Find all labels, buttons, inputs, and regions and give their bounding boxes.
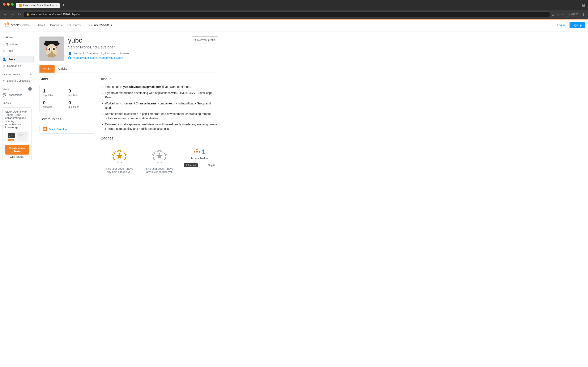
nav-for-teams-link[interactable]: For Teams [65,22,83,28]
tab-close-btn[interactable]: × [56,4,57,7]
reached-label: reached [68,94,90,97]
signup-button[interactable]: Sign up [570,22,585,28]
sidebar-item-tags[interactable]: 🏷 Tags [0,47,34,54]
stat-reached: 0 reached [68,88,90,97]
sidebar-tags-label: Tags [7,49,13,52]
sidebar-item-companies[interactable]: 🗂 Companies [0,62,34,69]
why-teams-link[interactable]: Why Teams? [5,155,29,158]
sidebar-explore-label: Explore Collectives [7,79,30,82]
create-free-team-button[interactable]: Create a free Team [5,145,29,155]
profile-title: Senior Front-End Developer [68,45,218,50]
badge-earned-info: Informed Sep 6 [184,163,215,167]
nav-forward-button[interactable]: → [10,12,15,17]
svg-point-23 [53,48,55,50]
answers-label: answers [43,106,65,108]
so-community-icon [43,127,47,131]
sidebar-item-questions[interactable]: ? Questions [0,41,34,47]
window-controls[interactable]: ⊠ [582,3,585,8]
sidebar-item-users[interactable]: 👤 Users [0,56,34,62]
reading-view-icon[interactable]: ▭ [561,13,564,16]
list-item: 8 years of experience developing web app… [105,91,218,100]
site-header: stackoverflow About Products For Teams L… [0,19,588,32]
sidebar-companies-label: Companies [7,64,21,67]
clock-icon: 🕐 [101,52,104,55]
traffic-light-red[interactable] [3,3,6,6]
svg-point-22 [49,48,50,50]
badges-grid: This user doesn't have any gold badges y… [101,144,218,178]
list-item: Demonstrated excellence in part-time fro… [105,112,218,121]
new-tab-button[interactable]: + [61,2,66,8]
sidebar-item-explore-collectives[interactable]: ✦ Explore Collectives [0,77,34,84]
badge-count-row: 1 [194,148,205,155]
so-logo[interactable]: stackoverflow [3,22,31,29]
menu-icon[interactable]: ⋮ [582,13,585,16]
nav-products-link[interactable]: Products [48,22,64,28]
sidebar-questions-label: Questions [6,42,18,46]
github-link[interactable] [68,56,71,59]
communities-list: Stack Overflow 1 [39,125,94,133]
explore-icon: ✦ [2,79,5,82]
gold-medal-icon [104,148,135,165]
questions-label: questions [68,106,90,108]
url-text: stackoverflow.com/users/22510112/yubo [31,13,80,16]
svg-point-24 [51,51,52,52]
labs-info-icon[interactable]: i [28,87,32,91]
sidebar-item-discussions[interactable]: 💬 Discussions [0,92,34,98]
home-icon: ⌂ [2,36,4,39]
tab-favicon [19,4,22,7]
tab-activity-button[interactable]: Activity [55,65,70,73]
list-item: send email to yubodevstudio@gmail.com if… [105,85,218,89]
badge-name-tag: Informed [184,163,197,167]
nav-refresh-button[interactable]: ↻ [17,12,22,17]
network-icon: ≡ [195,38,196,42]
bronze-medal-icon [194,148,200,155]
sidebar-users-label: Users [8,58,15,61]
traffic-light-yellow[interactable] [7,3,10,6]
profile-header: yubo Senior Front-End Developer 👤 Member… [39,36,218,61]
svg-rect-27 [43,130,46,130]
silver-badge-empty-text: This user doesn't have any silver badges… [144,167,175,174]
bronze-badge-card: 1 bronze badge Informed Sep 6 [181,144,218,178]
bookmark-icon[interactable]: ☆ [556,13,559,16]
so-logo-icon [3,22,10,29]
search-container [87,22,205,28]
discussions-icon: 💬 [2,93,6,96]
communities-title: Communities [39,117,94,121]
network-profile-button[interactable]: ≡ Network profile [192,36,218,43]
tab-profile-button[interactable]: Profile [39,65,55,73]
gold-badge-card: This user doesn't have any gold badges y… [101,144,138,178]
private-mode-label: 无痕模式 [566,12,580,17]
email-highlight: yubodevstudio@gmail.com [123,85,161,89]
badge-date: Sep 6 [208,164,215,167]
traffic-light-green[interactable] [11,3,14,6]
list-item: Stack Overflow 1 [40,125,94,133]
login-button[interactable]: Log in [554,22,568,28]
svg-text:Free: Free [10,140,13,141]
community-name-link[interactable]: Stack Overflow [49,128,87,131]
svg-text:>_?: >_? [9,135,12,137]
teams-section-header: TEAMS [0,98,34,105]
collectives-plus-btn[interactable]: + [30,73,32,76]
profile-body: Stats 1 reputation 0 reached 0 answers [39,77,218,178]
website-name-link[interactable]: yubodevstudio.com [100,56,123,59]
list-item: Delivered visually appealing web designs… [105,122,218,131]
browser-tab-active[interactable]: User yubo - Stack Overflow × [16,3,60,8]
stat-reputation: 1 reputation [43,88,65,97]
address-bar[interactable]: 🔒 stackoverflow.com/users/22510112/yubo [24,12,550,17]
member-since: 👤 Member for 3 months [68,52,98,55]
collectives-section-header: COLLECTIVES + [0,69,34,77]
cast-icon[interactable]: ⊡ [552,13,554,16]
website-link[interactable]: yubodevstudio.com [73,56,97,59]
search-input[interactable] [87,22,205,28]
answers-value: 0 [43,100,65,106]
silver-medal-icon [144,148,175,165]
sidebar: ⌂ Home ? Questions 🏷 Tags 👤 Users 🗂 Comp… [0,32,34,183]
sidebar-item-home[interactable]: ⌂ Home [0,34,34,41]
nav-back-button[interactable]: ← [3,12,8,17]
github-icon [68,56,71,59]
bronze-badge-count: 1 [202,148,205,155]
nav-about-link[interactable]: About [35,22,47,28]
main-content: yubo Senior Front-End Developer 👤 Member… [34,32,223,183]
teams-promo-box: Stack Overflow for Teams– Start collabor… [2,107,32,161]
about-list: send email to yubodevstudio@gmail.com if… [101,85,218,131]
